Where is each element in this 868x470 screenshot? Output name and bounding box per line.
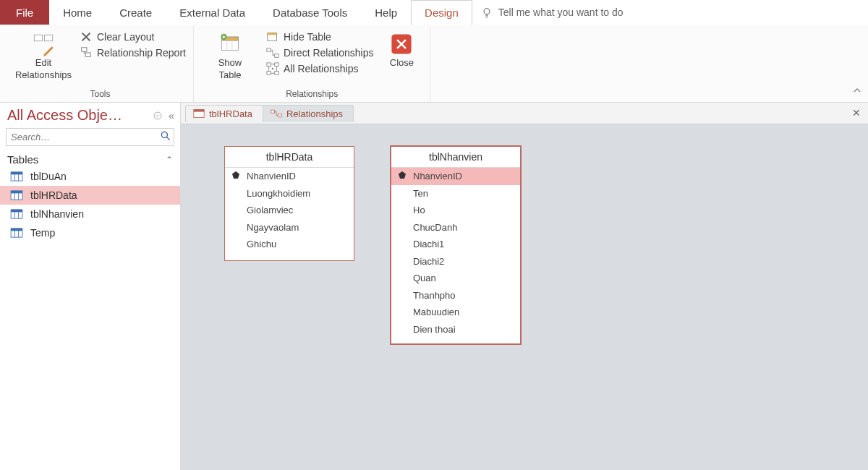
nav-header[interactable]: All Access Obje… « <box>0 103 180 127</box>
nav-item-tblduan[interactable]: tblDuAn <box>0 167 180 186</box>
edit-relationships-label-1: Edit <box>35 58 51 69</box>
table-icon <box>10 190 23 200</box>
svg-rect-35 <box>11 228 22 231</box>
clear-layout-button[interactable]: Clear Layout <box>80 30 186 43</box>
nav-item-label: tblNhanvien <box>30 208 84 220</box>
table-icon <box>193 108 205 119</box>
field-ngayvaolam[interactable]: Ngayvaolam <box>225 219 354 236</box>
clear-layout-label: Clear Layout <box>97 31 154 43</box>
relationships-canvas[interactable]: tblHRData NhanvienID Luongkhoidiem Giola… <box>181 124 868 470</box>
svg-point-21 <box>161 132 167 137</box>
show-table-button[interactable]: Show Table <box>201 30 259 81</box>
diagram-table-tblhrdata[interactable]: tblHRData NhanvienID Luongkhoidiem Giola… <box>224 146 354 261</box>
hide-table-label: Hide Table <box>284 31 331 43</box>
tell-me-placeholder: Tell me what you want to do <box>498 7 624 18</box>
clear-layout-icon <box>80 30 93 43</box>
dropdown-circle-icon[interactable] <box>153 111 163 121</box>
menu-bar: File Home Create External Data Database … <box>0 0 868 25</box>
show-table-label-2: Table <box>218 70 241 81</box>
show-table-label-1: Show <box>218 58 242 69</box>
edit-relationships-button[interactable]: Edit Relationships <box>14 30 72 81</box>
field-nhanvienid[interactable]: NhanvienID <box>225 168 354 185</box>
field-luongkhoidiem[interactable]: Luongkhoidiem <box>225 185 354 202</box>
all-relationships-button[interactable]: All Relationships <box>266 62 374 75</box>
edit-relationships-label-2: Relationships <box>15 70 72 81</box>
field-ho[interactable]: Ho <box>391 202 520 219</box>
nav-item-temp[interactable]: Temp <box>0 223 180 242</box>
tab-home[interactable]: Home <box>49 0 106 25</box>
svg-rect-31 <box>11 210 22 213</box>
nav-search-input[interactable] <box>6 128 174 146</box>
tab-external-data[interactable]: External Data <box>166 0 259 25</box>
tab-create[interactable]: Create <box>106 0 166 25</box>
close-button[interactable]: Close <box>380 30 422 69</box>
relationship-report-button[interactable]: Relationship Report <box>80 46 186 59</box>
tab-database-tools[interactable]: Database Tools <box>259 0 361 25</box>
svg-rect-4 <box>85 53 90 56</box>
doc-tab-relationships[interactable]: Relationships <box>263 105 354 122</box>
nav-item-label: tblHRData <box>30 189 77 201</box>
all-relationships-label: All Relationships <box>284 63 359 74</box>
workspace: All Access Obje… « Tables ⌃ tblDuAn tblH… <box>0 103 868 470</box>
close-icon <box>389 32 414 56</box>
nav-item-tblhrdata[interactable]: tblHRData <box>0 186 180 205</box>
relationships-icon <box>271 108 282 119</box>
nav-header-title: All Access Obje… <box>7 107 150 124</box>
show-table-icon <box>218 32 242 56</box>
field-ghichu[interactable]: Ghichu <box>225 236 354 253</box>
svg-rect-16 <box>267 72 271 75</box>
nav-item-tblnhanvien[interactable]: tblNhanvien <box>0 205 180 223</box>
document-area: tblHRData Relationships ✕ tblHRData Nhan… <box>181 103 868 470</box>
svg-point-0 <box>484 9 490 14</box>
chevron-up-icon <box>852 85 862 95</box>
field-diachi2[interactable]: Diachi2 <box>391 253 520 270</box>
svg-rect-14 <box>267 63 271 67</box>
file-tab[interactable]: File <box>0 0 49 25</box>
field-chucdanh[interactable]: ChucDanh <box>391 219 520 236</box>
group-label-relationships: Relationships <box>286 87 338 102</box>
diagram-table-tblnhanvien[interactable]: tblNhanvien NhanvienID Ten Ho ChucDanh D… <box>391 146 521 344</box>
table-icon <box>10 228 23 238</box>
edit-relationships-icon <box>31 32 56 56</box>
svg-rect-15 <box>275 63 278 67</box>
tell-me-search[interactable]: Tell me what you want to do <box>481 0 624 25</box>
all-relationships-icon <box>266 62 279 75</box>
nav-section-label: Tables <box>7 153 38 166</box>
doc-tab-label: Relationships <box>286 108 343 119</box>
svg-rect-11 <box>268 33 277 35</box>
svg-rect-12 <box>267 48 271 52</box>
svg-rect-40 <box>271 110 275 113</box>
window-decoration <box>624 0 868 25</box>
document-close-button[interactable]: ✕ <box>852 107 861 119</box>
nav-item-label: tblDuAn <box>30 171 67 182</box>
direct-relationships-label: Direct Relationships <box>284 47 374 59</box>
svg-point-18 <box>272 68 274 70</box>
nav-section-tables[interactable]: Tables ⌃ <box>0 150 180 167</box>
svg-point-20 <box>154 112 161 119</box>
field-quan[interactable]: Quan <box>391 270 520 287</box>
svg-rect-27 <box>11 191 22 194</box>
doc-tab-label: tblHRData <box>209 108 252 119</box>
field-diachi1[interactable]: Diachi1 <box>391 236 520 253</box>
search-icon[interactable] <box>160 130 171 145</box>
ribbon: Edit Relationships Clear Layout Relation… <box>0 25 868 103</box>
nav-collapse-button[interactable]: « <box>169 109 174 121</box>
doc-tab-tblhrdata[interactable]: tblHRData <box>185 105 263 122</box>
field-thanhpho[interactable]: Thanhpho <box>391 287 520 304</box>
field-ten[interactable]: Ten <box>391 185 520 202</box>
field-mabuudien[interactable]: Mabuudien <box>391 304 520 321</box>
field-nhanvienid[interactable]: NhanvienID <box>391 168 520 185</box>
relationship-report-label: Relationship Report <box>97 47 186 59</box>
ribbon-collapse-button[interactable] <box>852 85 862 98</box>
svg-rect-2 <box>44 35 52 41</box>
tab-design[interactable]: Design <box>411 0 472 25</box>
hide-table-button[interactable]: Hide Table <box>266 30 374 43</box>
direct-relationships-button[interactable]: Direct Relationships <box>266 46 374 59</box>
field-dienthoai[interactable]: Dien thoai <box>391 321 520 338</box>
table-icon <box>10 171 23 181</box>
tab-help[interactable]: Help <box>361 0 411 25</box>
field-giolamviec[interactable]: Giolamviec <box>225 202 354 219</box>
diagram-table-title: tblHRData <box>225 147 354 168</box>
svg-rect-3 <box>82 48 87 51</box>
relationship-report-icon <box>80 46 93 59</box>
